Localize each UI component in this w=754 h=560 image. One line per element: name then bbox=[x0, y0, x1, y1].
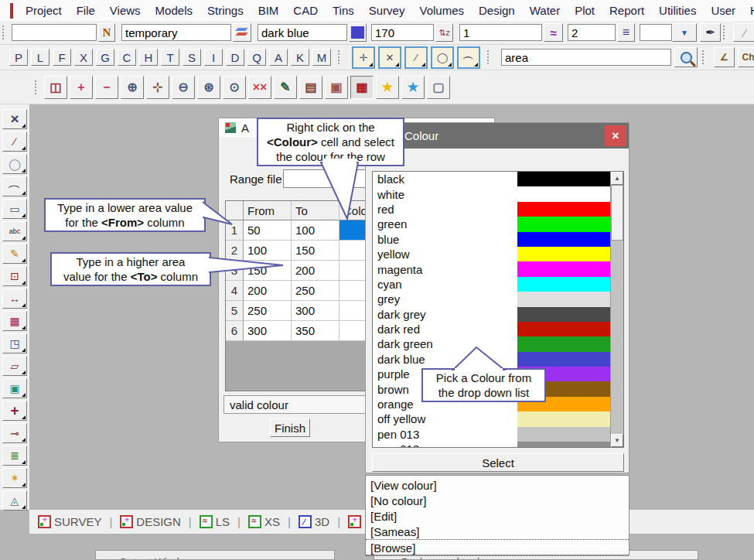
colour-list-item[interactable]: pen 013 bbox=[373, 427, 610, 442]
scroll-down-button[interactable]: ▼ bbox=[611, 434, 623, 447]
snap-circle-tool[interactable]: ◯ bbox=[431, 46, 454, 69]
zoom-in-button[interactable]: ⊕ bbox=[121, 76, 144, 99]
profile-tool[interactable]: ⊸ bbox=[2, 423, 27, 443]
mode-button[interactable]: D bbox=[226, 49, 244, 66]
new-view-button[interactable]: ▢ bbox=[427, 76, 450, 99]
mode-button[interactable]: P bbox=[9, 49, 28, 66]
clipped-tool-button[interactable]: ∕ bbox=[733, 23, 754, 42]
menu-item[interactable]: Help bbox=[745, 4, 754, 17]
to-cell[interactable]: 200 bbox=[292, 261, 339, 281]
add-view-button[interactable]: + bbox=[70, 76, 93, 99]
models-star-button[interactable]: ★ bbox=[401, 76, 425, 99]
measure-tool[interactable]: ↔ bbox=[2, 289, 27, 309]
polygon-tool[interactable]: ▱ bbox=[2, 356, 27, 376]
eyedropper-button[interactable]: ✒ bbox=[700, 23, 721, 42]
name-toggle-button[interactable]: N bbox=[98, 23, 115, 42]
grid-tool[interactable]: ▦ bbox=[2, 311, 27, 331]
colour-list-item[interactable]: dark red bbox=[373, 322, 610, 336]
to-cell[interactable]: 350 bbox=[292, 321, 339, 341]
brush-button[interactable]: ✎ bbox=[274, 76, 297, 99]
search-input[interactable] bbox=[501, 49, 671, 66]
colour-list-item[interactable]: dark grey bbox=[373, 307, 610, 322]
snap-line-tool[interactable]: ∕ bbox=[404, 46, 428, 69]
toolbar-grip[interactable] bbox=[2, 26, 7, 39]
menu-item[interactable]: Models bbox=[151, 4, 197, 17]
to-cell[interactable]: 300 bbox=[292, 301, 339, 321]
colour-list-item[interactable]: white bbox=[373, 186, 610, 201]
mode-button[interactable]: I bbox=[204, 49, 223, 66]
mode-button[interactable]: F bbox=[53, 49, 71, 66]
view-tab[interactable]: SURVEY bbox=[36, 514, 104, 530]
toolbar-grip[interactable] bbox=[487, 50, 492, 64]
menu-item[interactable]: Plot bbox=[570, 4, 599, 17]
view-tab[interactable]: XS bbox=[246, 514, 282, 530]
minimise-view-button[interactable]: − bbox=[95, 76, 118, 99]
colour-list-item[interactable]: dark green bbox=[373, 336, 610, 351]
search-button[interactable] bbox=[674, 47, 698, 67]
mode-button[interactable]: H bbox=[139, 49, 158, 66]
row-number-cell[interactable]: 2 bbox=[226, 241, 244, 261]
grid-button[interactable]: ▦ bbox=[350, 76, 374, 99]
mode-button[interactable]: G bbox=[96, 49, 114, 66]
row-number-cell[interactable]: 5 bbox=[226, 301, 244, 321]
mode-button[interactable]: C bbox=[118, 49, 136, 66]
toolbar-grip[interactable] bbox=[702, 50, 707, 64]
plot-button[interactable]: ▤ bbox=[299, 76, 322, 99]
colour-list-item[interactable]: red bbox=[373, 202, 610, 217]
zoom-extents-button[interactable]: ⊛ bbox=[197, 76, 220, 99]
snap-points-tool[interactable]: ✛ bbox=[352, 46, 375, 69]
from-cell[interactable]: 250 bbox=[244, 301, 292, 321]
colour-list-item[interactable]: black bbox=[373, 172, 610, 186]
snap-arc-tool[interactable]: ( bbox=[457, 46, 480, 69]
menu-item[interactable]: Survey bbox=[364, 4, 410, 17]
colour-swatch-button[interactable] bbox=[349, 23, 367, 42]
bearing-distance-icon[interactable]: ∠ bbox=[714, 47, 735, 67]
mode-button[interactable]: M bbox=[312, 49, 331, 66]
linestyle-list-button[interactable]: ≈ bbox=[544, 23, 563, 42]
app-logo-icon[interactable] bbox=[10, 3, 13, 19]
from-cell[interactable]: 150 bbox=[244, 261, 292, 281]
to-cell[interactable]: 150 bbox=[292, 241, 339, 261]
context-menu-item[interactable]: [No colour] bbox=[366, 493, 629, 508]
from-cell[interactable]: 50 bbox=[244, 220, 292, 241]
from-cell[interactable]: 200 bbox=[244, 281, 292, 301]
menu-item[interactable]: Project bbox=[21, 4, 67, 17]
snap-cross-tool[interactable]: × bbox=[2, 109, 27, 129]
cad-text-input[interactable] bbox=[12, 24, 97, 41]
menu-item[interactable]: Design bbox=[474, 4, 520, 17]
string-colour-tool[interactable]: ≣ bbox=[2, 446, 27, 466]
create-arc-tool[interactable]: ( bbox=[2, 176, 27, 196]
context-menu-item[interactable]: [Browse] bbox=[366, 539, 629, 556]
select-button[interactable]: Select bbox=[372, 453, 624, 472]
translate-tool[interactable]: + bbox=[2, 401, 27, 421]
row-number-cell[interactable]: 3 bbox=[226, 261, 244, 281]
height-z-button[interactable]: ⇅z bbox=[435, 23, 453, 42]
mode-button[interactable]: A bbox=[269, 49, 288, 66]
tin-create-tool[interactable]: ✶ bbox=[2, 468, 27, 488]
zoom-dynamic-button[interactable]: ⊖ bbox=[172, 76, 195, 99]
row-number-cell[interactable]: 6 bbox=[226, 321, 244, 341]
colour-list-item[interactable]: blue bbox=[373, 232, 610, 247]
weight-list-button[interactable]: ≡ bbox=[617, 23, 635, 42]
menu-item[interactable]: Strings bbox=[203, 4, 248, 17]
colour-list-item[interactable]: dark blue bbox=[373, 352, 610, 367]
zoom-previous-button[interactable]: ⊙ bbox=[223, 76, 246, 99]
create-circle-tool[interactable]: ◯ bbox=[2, 154, 27, 174]
menu-item[interactable]: File bbox=[72, 4, 100, 17]
height-input[interactable] bbox=[371, 24, 434, 41]
scroll-up-button[interactable]: ▲ bbox=[611, 172, 623, 185]
scrollbar-thumb[interactable] bbox=[611, 185, 623, 241]
chainage-icon[interactable]: Ch bbox=[738, 47, 754, 67]
toolbar-grip[interactable] bbox=[338, 50, 343, 64]
context-menu-item[interactable]: [Edit] bbox=[366, 508, 629, 524]
finish-button[interactable]: Finish bbox=[270, 418, 310, 437]
colour-list-item[interactable]: pen 018 bbox=[373, 442, 610, 448]
colour-list-item[interactable]: yellow bbox=[373, 247, 610, 261]
menu-item[interactable]: BIM bbox=[254, 4, 284, 17]
model-input[interactable] bbox=[121, 24, 231, 41]
create-rectangle-tool[interactable]: ▭ bbox=[2, 199, 27, 219]
colour-list-item[interactable]: cyan bbox=[373, 277, 610, 292]
weight-input[interactable] bbox=[568, 24, 616, 41]
mode-button[interactable]: X bbox=[74, 49, 93, 66]
snap-cross-tool[interactable]: ✕ bbox=[378, 46, 401, 69]
